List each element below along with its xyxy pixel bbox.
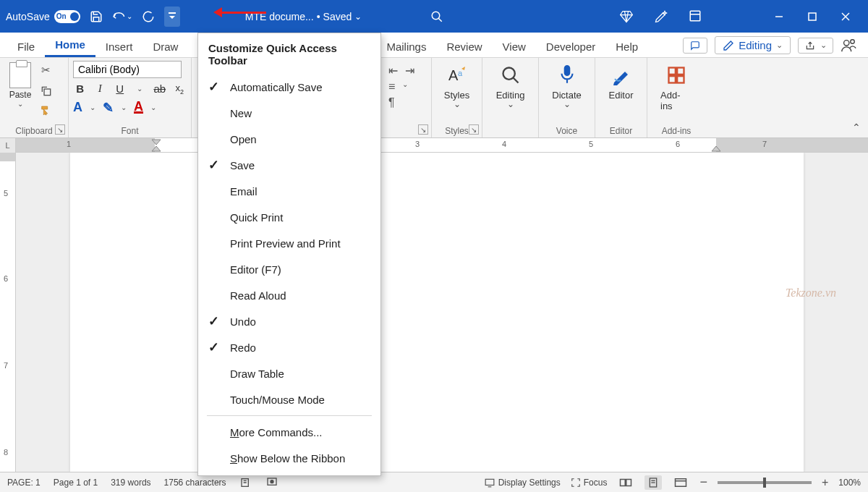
text-effects-icon[interactable]: A — [73, 100, 82, 115]
subscript-button[interactable]: x2 — [173, 82, 187, 96]
minimize-button[interactable] — [762, 6, 796, 27]
search-icon[interactable] — [430, 10, 443, 23]
qat-item-save[interactable]: ✓Save — [198, 152, 380, 178]
strikethrough-button[interactable]: ab — [153, 82, 167, 95]
status-chars[interactable]: 1756 characters — [164, 478, 226, 488]
tab-review[interactable]: Review — [436, 36, 492, 57]
tab-insert[interactable]: Insert — [95, 36, 143, 57]
zoom-in-button[interactable]: + — [822, 476, 828, 489]
zoom-level[interactable]: 100% — [838, 478, 861, 488]
qat-more-commands[interactable]: More Commands... — [198, 419, 380, 445]
bold-button[interactable]: B — [73, 82, 88, 95]
addins-button[interactable]: Add-ins Add-ins — [647, 58, 705, 137]
qat-item-draw-table[interactable]: Draw Table — [198, 360, 380, 386]
paragraph-mark-icon[interactable]: ¶ — [388, 96, 395, 109]
svg-point-1 — [432, 12, 440, 20]
qat-item-touch-mouse[interactable]: Touch/Mouse Mode — [198, 386, 380, 412]
display-settings-button[interactable]: Display Settings — [484, 478, 561, 488]
tab-draw[interactable]: Draw — [142, 36, 188, 57]
paste-button[interactable]: Paste ⌄ — [4, 61, 36, 119]
svg-rect-24 — [485, 479, 494, 485]
qat-show-below[interactable]: Show Below the Ribbon — [198, 445, 380, 471]
font-color-icon[interactable]: A — [134, 101, 143, 114]
print-layout-icon[interactable] — [644, 475, 662, 490]
indent-marker-icon[interactable] — [150, 138, 162, 153]
comments-button[interactable] — [683, 38, 707, 54]
svg-rect-0 — [169, 12, 176, 14]
qat-item-editor[interactable]: Editor (F7) — [198, 256, 380, 282]
qat-item-redo[interactable]: ✓Redo — [198, 334, 380, 360]
cut-icon[interactable]: ✂ — [38, 62, 54, 78]
undo-icon[interactable]: ⌄ — [112, 7, 132, 27]
qat-item-print-preview[interactable]: Print Preview and Print — [198, 230, 380, 256]
diamond-icon[interactable] — [619, 9, 634, 24]
maximize-button[interactable] — [796, 6, 829, 27]
styles-launcher[interactable]: ↘ — [469, 124, 479, 135]
qat-item-quick-print[interactable]: Quick Print — [198, 204, 380, 230]
styles-button[interactable]: Aa Styles Styles ↘ — [432, 58, 482, 137]
autosave-toggle[interactable]: On — [54, 10, 80, 23]
account-icon[interactable] — [841, 38, 856, 54]
increase-indent-icon[interactable]: ⇥ — [405, 64, 414, 77]
status-page-of[interactable]: Page 1 of 1 — [54, 478, 98, 488]
focus-button[interactable]: Focus — [571, 478, 608, 488]
svg-rect-19 — [669, 76, 676, 82]
editing-button[interactable]: Editing — [482, 58, 539, 137]
dictate-button[interactable]: Dictate Voice — [539, 58, 595, 137]
qat-item-new[interactable]: New — [198, 100, 380, 126]
window-controls — [762, 6, 862, 27]
svg-text:A: A — [448, 67, 459, 83]
tab-view[interactable]: View — [493, 36, 536, 57]
collapse-ribbon-icon[interactable]: ⌃ — [852, 122, 861, 133]
italic-button[interactable]: I — [93, 82, 108, 95]
addins-label: Add-ins — [660, 90, 692, 111]
copy-icon[interactable] — [38, 82, 54, 98]
status-page[interactable]: PAGE: 1 — [7, 478, 41, 488]
qat-item-autosave[interactable]: ✓Automatically Save — [198, 74, 380, 100]
redo-icon[interactable] — [138, 7, 158, 27]
web-layout-icon[interactable] — [672, 475, 689, 490]
qat-item-open[interactable]: Open — [198, 126, 380, 152]
tab-selector[interactable]: L — [0, 138, 16, 153]
svg-point-14 — [503, 68, 514, 80]
document-page[interactable] — [70, 153, 804, 472]
right-indent-marker-icon[interactable] — [710, 145, 722, 153]
tab-developer[interactable]: Developer — [536, 36, 605, 57]
watermark-text: Tekzone.vn — [786, 287, 836, 300]
tab-file[interactable]: File — [7, 36, 45, 57]
close-button[interactable] — [829, 6, 862, 27]
paragraph-launcher[interactable]: ↘ — [418, 124, 428, 135]
font-name-input[interactable] — [73, 61, 182, 78]
status-macro-icon[interactable] — [265, 477, 278, 488]
chevron-down-icon[interactable]: ⌄ — [133, 85, 148, 93]
tab-help[interactable]: Help — [605, 36, 648, 57]
addins-group-label: Add-ins — [647, 126, 705, 136]
vertical-ruler[interactable]: 5 6 7 8 — [0, 153, 16, 472]
tab-mailings[interactable]: Mailings — [376, 36, 436, 57]
qat-item-read-aloud[interactable]: Read Aloud — [198, 282, 380, 308]
read-mode-icon[interactable] — [617, 475, 634, 490]
underline-button[interactable]: U — [113, 82, 127, 95]
align-icon[interactable]: ≡ — [388, 80, 395, 93]
autosave-control[interactable]: AutoSave On — [6, 10, 80, 23]
editing-mode-button[interactable]: Editing⌄ — [715, 36, 791, 54]
share-button[interactable]: ⌄ — [798, 38, 833, 54]
save-icon[interactable] — [86, 7, 106, 27]
qat-item-undo[interactable]: ✓Undo — [198, 308, 380, 334]
tab-home[interactable]: Home — [45, 34, 95, 57]
editor-group-label: Editor — [595, 126, 647, 136]
highlight-icon[interactable]: ✎ — [103, 100, 114, 116]
qat-item-email[interactable]: Email — [198, 178, 380, 204]
customize-qat-button[interactable] — [164, 7, 180, 27]
editor-button[interactable]: Editor Editor — [595, 58, 647, 137]
status-spelling-icon[interactable] — [239, 477, 252, 488]
zoom-slider[interactable] — [718, 481, 812, 484]
zoom-out-button[interactable]: − — [699, 475, 707, 490]
window-icon[interactable] — [689, 9, 702, 24]
clipboard-launcher[interactable]: ↘ — [55, 124, 65, 135]
pen-sparkle-icon[interactable] — [654, 9, 668, 24]
format-painter-icon[interactable] — [38, 103, 54, 119]
horizontal-ruler[interactable]: L 1 3 4 5 6 7 — [0, 138, 868, 153]
decrease-indent-icon[interactable]: ⇤ — [388, 64, 398, 77]
status-words[interactable]: 319 words — [111, 478, 150, 488]
